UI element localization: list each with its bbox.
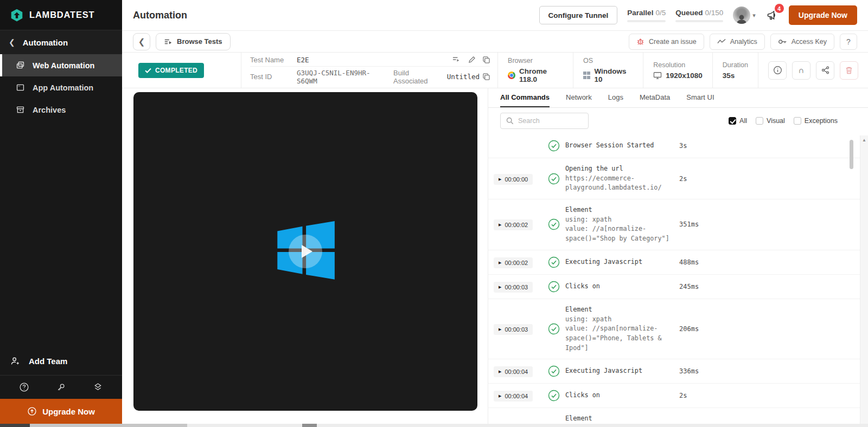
share-button[interactable]	[816, 61, 834, 80]
copy-build-icon[interactable]	[483, 73, 490, 80]
avatar[interactable]	[733, 7, 750, 24]
main-area: Automation Configure Tunnel Parallel0/5 …	[122, 0, 868, 424]
filter-checkbox[interactable]	[794, 117, 801, 125]
upgrade-arrow-icon	[27, 406, 37, 416]
command-timestamp[interactable]: ▶00:00:03	[494, 324, 533, 335]
command-text: Opening the url https://ecommerce-playgr…	[565, 164, 672, 193]
add-team-button[interactable]: Add Team	[0, 347, 122, 375]
os-label: OS	[583, 57, 633, 64]
filter-visual[interactable]: Visual	[756, 117, 785, 125]
horizontal-scrollbar-thumb-secondary[interactable]	[302, 424, 317, 427]
panel-scrollbar-thumb[interactable]	[850, 140, 853, 169]
sidebar-section-automation[interactable]: ❮ Automation	[0, 30, 122, 54]
command-timestamp[interactable]: ▶00:00:02	[494, 219, 533, 230]
sidebar-item-web-automation[interactable]: Web Automation	[0, 54, 122, 76]
search-box[interactable]	[500, 113, 589, 129]
sidebar-item-archives[interactable]: Archives	[0, 99, 122, 121]
back-button[interactable]: ❮	[133, 33, 150, 50]
delete-button[interactable]	[840, 61, 858, 80]
command-timestamp[interactable]: ▶00:00:04	[494, 366, 533, 377]
key-icon[interactable]	[56, 382, 66, 392]
chevron-down-icon[interactable]: ▾	[752, 12, 756, 19]
play-step-icon: ▶	[499, 285, 501, 289]
command-row[interactable]: ▶00:00:02 Element using: xpathvalue: //a…	[488, 199, 868, 250]
browse-tests-button[interactable]: Browse Tests	[156, 33, 231, 50]
filter-exceptions[interactable]: Exceptions	[794, 117, 838, 125]
command-text: Element using: xpathvalue: //div[@class=…	[565, 414, 672, 424]
command-row[interactable]: ▶00:00:03 Clicks on 245ms	[488, 275, 868, 299]
command-duration: 351ms	[679, 221, 699, 228]
help-button[interactable]: ?	[840, 34, 857, 50]
horizontal-scrollbar-thumb[interactable]	[30, 424, 187, 427]
command-row[interactable]: ▶00:00:02 Executing Javascript 488ms	[488, 250, 868, 275]
tab-all-commands[interactable]: All Commands	[500, 88, 550, 107]
command-timestamp[interactable]: ▶00:00:00	[494, 174, 533, 185]
command-row[interactable]: ▶00:00:06 Element using: xpathvalue: //d…	[488, 408, 868, 424]
access-key-button[interactable]: Access Key	[770, 34, 834, 50]
command-row[interactable]: ▶ Browser Session Started 3s	[488, 134, 868, 158]
configure-tunnel-button[interactable]: Configure Tunnel	[539, 6, 618, 24]
collapse-chevron-icon[interactable]: ❮	[9, 38, 15, 47]
user-menu[interactable]: ▾	[733, 7, 756, 24]
resolution-label: Resolution	[653, 61, 703, 69]
info-button[interactable]	[768, 61, 787, 80]
command-list: ▶ Browser Session Started 3s ▶00:00:00 O…	[488, 134, 868, 424]
filter-checkbox[interactable]	[729, 117, 736, 125]
resolution-spec: Resolution 1920x1080	[643, 53, 712, 88]
command-timestamp[interactable]: ▶00:00:04	[494, 391, 533, 402]
command-row[interactable]: ▶00:00:03 Element using: xpathvalue: //s…	[488, 299, 868, 359]
success-check-icon	[548, 281, 560, 293]
success-check-icon	[548, 390, 560, 402]
command-row[interactable]: ▶00:00:00 Opening the url https://ecomme…	[488, 158, 868, 199]
queued-value: 0/150	[705, 9, 723, 17]
tab-metadata[interactable]: MetaData	[640, 88, 670, 107]
command-row[interactable]: ▶00:00:04 Executing Javascript 336ms	[488, 359, 868, 384]
analytics-button[interactable]: Analytics	[710, 34, 765, 50]
page-horizontal-scrollbar[interactable]	[0, 424, 868, 427]
play-step-icon: ▶	[499, 394, 501, 398]
tab-logs[interactable]: Logs	[608, 88, 623, 107]
play-button[interactable]	[289, 235, 322, 268]
tab-network[interactable]: Network	[566, 88, 592, 107]
copy-icon[interactable]	[483, 56, 490, 63]
command-row[interactable]: ▶00:00:04 Clicks on 2s	[488, 384, 868, 408]
edit-icon[interactable]	[468, 56, 475, 63]
chrome-icon	[508, 72, 515, 79]
test-list-icon[interactable]	[452, 56, 461, 63]
sidebar-item-app-automation[interactable]: App Automation	[0, 76, 122, 99]
command-text: Executing Javascript	[565, 257, 672, 267]
duration-value: 35s	[723, 72, 735, 80]
queued-label: Queued	[675, 9, 703, 17]
play-step-icon: ▶	[499, 261, 501, 265]
header-upgrade-button[interactable]: Upgrade Now	[789, 5, 857, 25]
command-text: Clicks on	[565, 282, 672, 292]
brand-logo[interactable]: LAMBDATEST	[0, 0, 122, 30]
sidebar-upgrade-button[interactable]: Upgrade Now	[0, 399, 122, 424]
create-issue-label: Create an issue	[649, 38, 697, 46]
success-check-icon	[548, 140, 560, 152]
bug-icon	[636, 37, 644, 46]
filter-row: All Visual Exceptions	[488, 108, 868, 134]
parallel-stat: Parallel0/5	[627, 9, 666, 22]
scroll-up-arrow-icon[interactable]: ▲	[860, 138, 868, 143]
queued-progress-track	[675, 20, 723, 22]
announcements-button[interactable]: 4	[765, 9, 779, 22]
play-step-icon: ▶	[499, 370, 501, 374]
search-input[interactable]	[518, 117, 583, 125]
tunnel-button[interactable]: ∩	[792, 61, 810, 80]
command-text: Element using: xpathvalue: //span[normal…	[565, 305, 672, 353]
page-vertical-scrollbar[interactable]: ▲	[860, 135, 868, 424]
create-issue-button[interactable]: Create an issue	[629, 34, 704, 50]
command-timestamp[interactable]: ▶00:00:02	[494, 257, 533, 268]
filter-all[interactable]: All	[729, 117, 747, 125]
help-circle-icon[interactable]	[19, 382, 29, 392]
build-associated-value: Untitled	[447, 73, 480, 81]
command-timestamp[interactable]: ▶00:00:03	[494, 282, 533, 293]
browse-tests-label: Browse Tests	[177, 37, 222, 46]
analytics-icon	[717, 38, 726, 45]
filter-checkbox[interactable]	[756, 117, 763, 125]
switch-org-icon[interactable]	[93, 382, 103, 392]
video-player[interactable]	[133, 92, 477, 411]
os-spec: OS Windows 10	[573, 53, 643, 88]
tab-smart-ui[interactable]: Smart UI	[686, 88, 714, 107]
